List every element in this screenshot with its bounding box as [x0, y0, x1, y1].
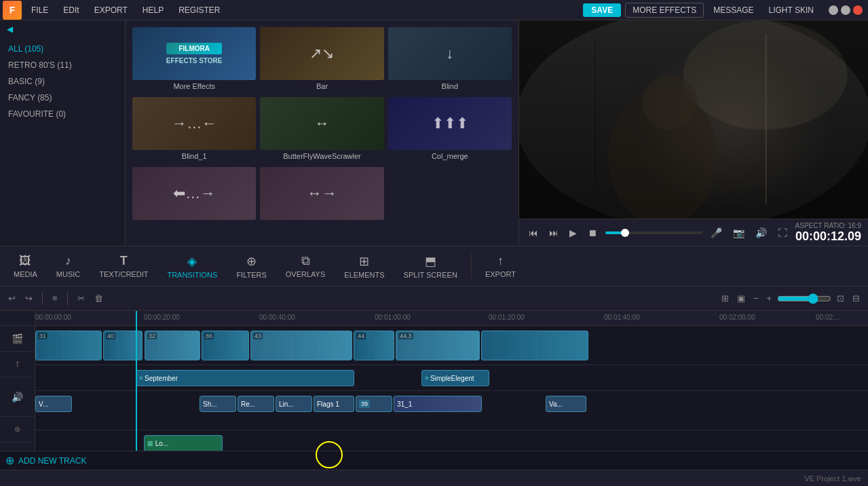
subtitle-track-row: ≡ September ≡ SimpleElegent	[35, 365, 868, 391]
next-keyframe-button[interactable]: ⏭	[546, 226, 561, 240]
back-button[interactable]: ◀	[0, 20, 125, 38]
audio-clip-39[interactable]: 39	[356, 396, 392, 412]
logo-clip-icon: ▦	[147, 440, 153, 447]
butterfly-icon: ↔	[314, 115, 329, 132]
fullscreen-button[interactable]: ⛶	[775, 226, 790, 240]
toolbar-row: 🖼 MEDIA ♪ MUSIC T TEXT/CREDIT ◈ TRANSITI…	[0, 246, 868, 286]
delete-button[interactable]: 🗑	[92, 292, 106, 305]
video-clip-4[interactable]: 86	[202, 331, 249, 360]
screenshot-button[interactable]: 📷	[730, 226, 747, 240]
filter-all[interactable]: ALL (105)	[0, 41, 125, 57]
volume-button[interactable]: 🔊	[753, 226, 770, 240]
prev-keyframe-button[interactable]: ⏮	[526, 226, 541, 240]
more-effects-button[interactable]: MORE EFFECTS	[625, 3, 704, 18]
tool-export[interactable]: ↑ EXPORT	[477, 250, 524, 282]
tool-text[interactable]: T TEXT/CREDIT	[91, 250, 156, 282]
add-track-plus-icon: ⊕	[5, 454, 14, 467]
tl-fit-button[interactable]: ⊡	[834, 292, 847, 305]
track-label-video: 🎬	[0, 326, 35, 352]
media-icon: 🖼	[19, 254, 31, 268]
subtitle-clip-september[interactable]: ≡ September	[136, 370, 354, 386]
redo-button[interactable]: ↪	[22, 292, 35, 305]
video-preview	[519, 20, 868, 219]
add-track-button[interactable]: ⊕ ADD NEW TRACK	[0, 450, 92, 471]
timeline: ↩ ↪ ≡ ✂ 🗑 ⊞ ▣ − + ⊡ ⊟ 🎬 T 🔊 ⊕ 00:00:00:0…	[0, 286, 868, 470]
zoom-slider[interactable]	[777, 293, 831, 304]
effect-generic2[interactable]: ↔→	[260, 167, 383, 225]
video-clip-1[interactable]: 31	[35, 331, 102, 360]
effects-grid-panel: FILMORA EFFECTS STORE More Effects ↗↘ Ba…	[126, 20, 519, 246]
cut-button[interactable]: ✂	[75, 292, 88, 305]
tl-right-controls: ⊞ ▣ − + ⊡ ⊟	[719, 292, 863, 305]
tl-zoom-in-button[interactable]: +	[763, 292, 774, 305]
audio-clip-va[interactable]: Va...	[546, 396, 586, 412]
subtitle-label-september: September	[145, 375, 178, 382]
transitions-icon: ◈	[187, 254, 197, 269]
video-clip-6[interactable]: 44	[354, 331, 394, 360]
message-button[interactable]: MESSAGE	[708, 3, 759, 17]
filter-basic[interactable]: BASIC (9)	[0, 73, 125, 90]
menu-help[interactable]: HELP	[136, 3, 170, 18]
audio-clip-31-1[interactable]: 31_1	[394, 396, 482, 412]
preview-svg	[519, 20, 868, 219]
minimize-button[interactable]	[829, 5, 838, 15]
video-track-row: 31 40 32 86 43	[35, 326, 868, 365]
video-clip-7[interactable]: 44.3	[396, 331, 480, 360]
video-clip-3[interactable]: 32	[145, 331, 200, 360]
effect-more-effects[interactable]: FILMORA EFFECTS STORE More Effects	[132, 27, 256, 93]
save-button[interactable]: SAVE	[583, 3, 621, 17]
tool-music[interactable]: ♪ MUSIC	[48, 250, 88, 282]
blind-icon: ↓	[446, 45, 453, 62]
undo-button[interactable]: ↩	[5, 292, 18, 305]
video-clip-5[interactable]: 43	[250, 331, 352, 360]
normalize-button[interactable]: ≡	[50, 292, 60, 305]
generic1-icon: ⬅…→	[173, 185, 215, 202]
progress-bar[interactable]	[605, 231, 702, 234]
tl-settings-button[interactable]: ⊞	[719, 292, 732, 305]
tool-elements[interactable]: ⊞ ELEMENTS	[336, 250, 392, 283]
tl-grid-button[interactable]: ⊟	[850, 292, 863, 305]
effect-blind1[interactable]: →…← Blind_1	[132, 97, 256, 163]
maximize-button[interactable]	[841, 5, 850, 15]
audio-clip-re[interactable]: Re...	[238, 396, 274, 412]
tl-zoom-out-button[interactable]: −	[751, 292, 761, 305]
effect-generic1[interactable]: ⬅…→	[132, 167, 256, 225]
audio-clip-sh[interactable]: Sh...	[200, 396, 236, 412]
status-bar: VE Project 1.wve	[0, 470, 868, 486]
filter-favourite[interactable]: FAVOURITE (0)	[0, 106, 125, 122]
mic-button[interactable]: 🎤	[708, 226, 725, 240]
subtitle-icon2: ≡	[425, 375, 428, 381]
menu-export[interactable]: EXPORT	[88, 3, 134, 18]
timeline-tracks[interactable]: 00:00:00:00 00:00:20:00 00:00:40:00 00:0…	[35, 311, 868, 451]
audio-clip-flags[interactable]: Flags 1	[314, 396, 354, 412]
video-clip-8[interactable]	[481, 331, 588, 360]
close-button[interactable]	[853, 5, 863, 15]
project-name: VE Project 1.wve	[804, 474, 861, 483]
subtitle-clip-simpleelegent[interactable]: ≡ SimpleElegent	[421, 370, 489, 386]
filter-fancy[interactable]: FANCY (85)	[0, 90, 125, 106]
logo-clip[interactable]: ▦ Lo...	[144, 435, 223, 451]
effect-colmerge[interactable]: ⬆⬆⬆ Col_merge	[388, 97, 512, 163]
light-skin-button[interactable]: LIGHT SKIN	[763, 3, 819, 17]
progress-handle[interactable]	[621, 229, 629, 237]
tl-layout-button[interactable]: ▣	[734, 292, 748, 305]
effects-grid: FILMORA EFFECTS STORE More Effects ↗↘ Ba…	[126, 20, 518, 231]
audio-clip-v[interactable]: V...	[35, 396, 72, 412]
tool-filters[interactable]: ⊕ FILTERS	[228, 250, 274, 283]
tool-splitscreen[interactable]: ⬒ SPLIT SCREEN	[396, 250, 466, 283]
playhead[interactable]	[136, 311, 137, 451]
menu-edit[interactable]: EDIt	[56, 3, 86, 18]
tool-overlays[interactable]: ⧉ OVERLAYS	[278, 250, 334, 282]
stop-button[interactable]: ⏹	[585, 226, 600, 240]
effect-bar[interactable]: ↗↘ Bar	[260, 27, 383, 93]
menu-file[interactable]: FILE	[24, 3, 55, 18]
subtitle-icon: ≡	[139, 375, 143, 381]
effect-blind[interactable]: ↓ Blind	[388, 27, 512, 93]
tool-media[interactable]: 🖼 MEDIA	[5, 250, 45, 282]
filter-retro80s[interactable]: RETRO 80'S (11)	[0, 57, 125, 73]
audio-clip-lin[interactable]: Lin...	[276, 396, 312, 412]
play-button[interactable]: ▶	[567, 226, 580, 240]
effect-butterfly[interactable]: ↔ ButterFlyWaveScrawler	[260, 97, 383, 163]
tool-transitions[interactable]: ◈ TRANSITIONS	[159, 250, 225, 283]
menu-register[interactable]: REGISTER	[172, 3, 227, 18]
